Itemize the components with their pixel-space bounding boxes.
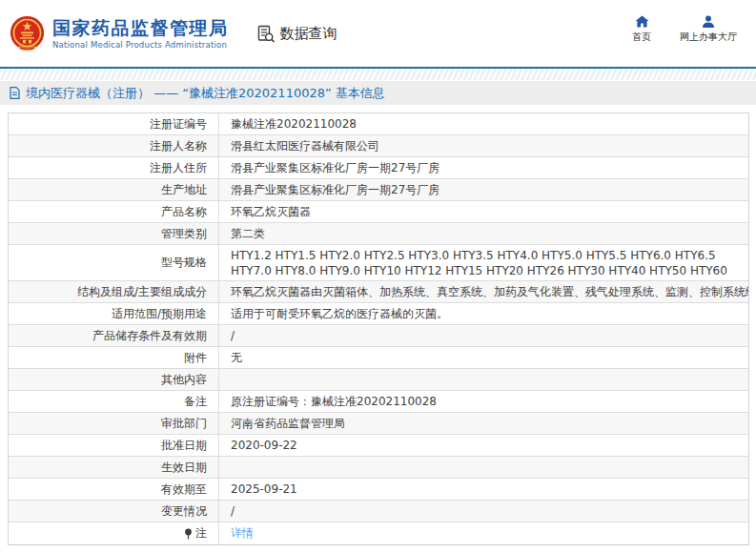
top-links: 首页 网上办事大厅 <box>632 15 737 44</box>
table-row: 生产地址 滑县产业聚集区标准化厂房一期27号厂房 <box>9 179 748 201</box>
table-row: 生效日期 <box>9 457 748 479</box>
data-query-label: 数据查询 <box>280 25 337 43</box>
row-label: 产品储存条件及有效期 <box>9 325 219 346</box>
table-row: 产品名称 环氧乙烷灭菌器 <box>9 201 748 223</box>
row-label: 审批部门 <box>9 413 219 434</box>
table-row: 适用范围/预期用途 适用于可耐受环氧乙烷的医疗器械的灭菌。 <box>9 303 748 325</box>
table-row: 其他内容 <box>9 369 748 391</box>
row-label: 生效日期 <box>9 457 219 478</box>
row-label: 附件 <box>9 347 219 368</box>
org-name-cn: 国家药品监督管理局 <box>52 17 229 38</box>
row-value: 滑县产业聚集区标准化厂房一期27号厂房 <box>219 179 748 200</box>
row-value: 2020-09-22 <box>219 435 748 456</box>
row-value: 第二类 <box>219 223 748 244</box>
row-label: 注册证编号 <box>9 113 219 134</box>
nmpa-logo: 国家药品监督管理局 National Medical Products Admi… <box>10 15 229 52</box>
org-name-en: National Medical Products Administration <box>52 40 229 50</box>
row-value <box>219 457 748 478</box>
row-value: 河南省药品监督管理局 <box>219 413 748 434</box>
site-header: 国家药品监督管理局 National Medical Products Admi… <box>0 0 756 67</box>
row-label: 注册人名称 <box>9 135 219 156</box>
row-value: 详情 <box>219 522 748 544</box>
row-value: 2025-09-21 <box>219 479 748 500</box>
national-emblem-icon <box>10 15 45 52</box>
table-row: 审批部门 河南省药品监督管理局 <box>9 413 748 435</box>
row-value: 无 <box>219 347 748 368</box>
table-row: 附件 无 <box>9 347 748 369</box>
home-icon <box>635 15 649 28</box>
row-label: 管理类别 <box>9 223 219 244</box>
details-link[interactable]: 详情 <box>231 525 254 542</box>
table-row: 有效期至 2025-09-21 <box>9 479 748 501</box>
page-title: 境内医疗器械（注册） —— “豫械注准20202110028” 基本信息 <box>26 85 385 102</box>
row-label: 产品名称 <box>9 201 219 222</box>
row-label: 注册人住所 <box>9 157 219 178</box>
row-label: 变更情况 <box>9 501 219 522</box>
row-value: / <box>219 325 748 346</box>
nav-data-query[interactable]: 数据查询 <box>257 25 337 43</box>
row-value: 滑县红太阳医疗器械有限公司 <box>219 135 748 156</box>
table-row: 备注 原注册证编号：豫械注准20202110028 <box>9 391 748 413</box>
row-value: / <box>219 501 748 522</box>
table-row: 注册人名称 滑县红太阳医疗器械有限公司 <box>9 135 748 157</box>
row-value: 豫械注准20202110028 <box>219 113 748 134</box>
table-row: 型号规格 HTY1.2 HTY1.5 HTY2.0 HTY2.5 HTY3.0 … <box>9 245 748 281</box>
nav-home[interactable]: 首页 <box>632 15 651 44</box>
info-table: 注册证编号 豫械注准20202110028 注册人名称 滑县红太阳医疗器械有限公… <box>8 113 749 545</box>
table-row: 注册证编号 豫械注准20202110028 <box>9 113 748 135</box>
service-hall-label: 网上办事大厅 <box>680 31 737 44</box>
document-icon <box>10 87 20 99</box>
row-value: 适用于可耐受环氧乙烷的医疗器械的灭菌。 <box>219 303 748 324</box>
row-value: 原注册证编号：豫械注准20202110028 <box>219 391 748 412</box>
nav-service-hall[interactable]: 网上办事大厅 <box>680 15 737 44</box>
logo-text: 国家药品监督管理局 National Medical Products Admi… <box>52 17 229 50</box>
row-label: 有效期至 <box>9 479 219 500</box>
row-value: 环氧乙烷灭菌器 <box>219 201 748 222</box>
row-value: HTY1.2 HTY1.5 HTY2.0 HTY2.5 HTY3.0 HTY3.… <box>219 245 748 280</box>
row-label: 适用范围/预期用途 <box>9 303 219 324</box>
row-value: 环氧乙烷灭菌器由灭菌箱体、加热系统、真空系统、加药及气化装置、残气处理系统、监测… <box>219 281 748 302</box>
page-title-bar: 境内医疗器械（注册） —— “豫械注准20202110028” 基本信息 <box>0 81 756 105</box>
row-label: 结构及组成/主要组成成分 <box>9 281 219 302</box>
row-value: 滑县产业聚集区标准化厂房一期27号厂房 <box>219 157 748 178</box>
row-label: 生产地址 <box>9 179 219 200</box>
table-row: 注 详情 <box>9 522 748 544</box>
table-row: 注册人住所 滑县产业聚集区标准化厂房一期27号厂房 <box>9 157 748 179</box>
row-label: 备注 <box>9 391 219 412</box>
document-search-icon <box>257 25 276 43</box>
header-divider-stripes <box>0 67 756 80</box>
table-row: 变更情况 / <box>9 501 748 522</box>
table-row: 管理类别 第二类 <box>9 223 748 245</box>
row-label: 型号规格 <box>9 245 219 280</box>
row-label: 其他内容 <box>9 369 219 390</box>
table-row: 批准日期 2020-09-22 <box>9 435 748 457</box>
table-row: 产品储存条件及有效期 / <box>9 325 748 347</box>
row-value <box>219 369 748 390</box>
pin-icon <box>184 528 193 540</box>
row-label: 注 <box>9 522 219 544</box>
user-icon <box>702 15 715 28</box>
home-label: 首页 <box>632 31 651 44</box>
row-label: 批准日期 <box>9 435 219 456</box>
table-row: 结构及组成/主要组成成分 环氧乙烷灭菌器由灭菌箱体、加热系统、真空系统、加药及气… <box>9 281 748 303</box>
